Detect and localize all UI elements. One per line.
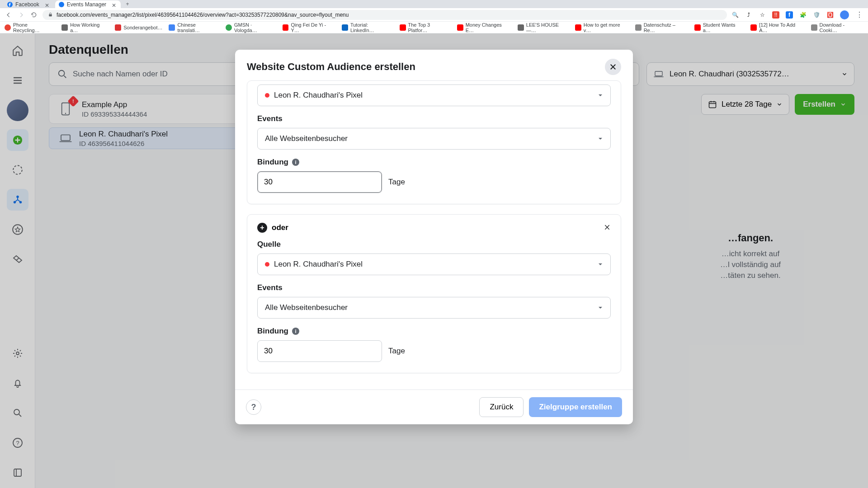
bookmark-item[interactable]: Datenschutz – Re… xyxy=(635,22,688,33)
facebook-ext-icon[interactable]: f xyxy=(786,11,793,19)
svg-rect-2 xyxy=(49,14,52,17)
modal-overlay: Website Custom Audience erstellen Leon R… xyxy=(0,33,868,488)
svg-point-1 xyxy=(59,2,64,7)
help-button[interactable]: ? xyxy=(246,399,261,415)
bookmark-item[interactable]: LEE'S HOUSE—… xyxy=(518,22,569,33)
or-row: + oder xyxy=(257,223,611,233)
events-value: Alle Webseitenbesucher xyxy=(265,303,348,312)
profile-avatar-icon[interactable] xyxy=(840,10,849,19)
pixel-selector[interactable]: Leon R. Chaudhari's Pixel xyxy=(257,84,611,106)
bookmark-item[interactable]: Sonderangebot… xyxy=(115,24,162,31)
new-tab-button[interactable]: + xyxy=(124,0,131,8)
pixel-name: Leon R. Chaudhari's Pixel xyxy=(274,260,363,269)
lock-icon xyxy=(48,12,53,17)
bookmark-item[interactable]: The Top 3 Platfor… xyxy=(400,22,451,33)
or-label: oder xyxy=(272,223,288,232)
ext-icon-3[interactable]: 🛡️ xyxy=(813,11,820,19)
zoom-icon[interactable]: 🔍 xyxy=(731,11,739,19)
tab-label: Facebook xyxy=(15,1,39,8)
caret-down-icon xyxy=(598,136,603,141)
close-icon xyxy=(604,224,611,231)
share-icon[interactable]: ⤴ xyxy=(745,11,752,19)
plus-icon[interactable]: + xyxy=(257,223,267,233)
close-button[interactable] xyxy=(605,59,621,75)
browser-tabs: Facebook ✕ Events Manager ✕ + xyxy=(0,0,868,8)
star-icon[interactable]: ☆ xyxy=(759,11,766,19)
caret-down-icon xyxy=(598,93,603,98)
rule-card-2: + oder Quelle Leon R. Chaudhari's Pixel … xyxy=(247,214,621,373)
address-bar-row: facebook.com/events_manager2/list/pixel/… xyxy=(0,8,868,22)
bookmark-item[interactable]: GMSN · Vologda… xyxy=(226,22,276,33)
meta-favicon-icon xyxy=(59,2,64,7)
facebook-favicon-icon xyxy=(7,2,13,7)
binding-label: Bindung i xyxy=(257,158,611,167)
modal-header: Website Custom Audience erstellen xyxy=(235,50,633,80)
close-icon xyxy=(609,63,617,71)
caret-down-icon xyxy=(598,305,603,310)
modal-dialog: Website Custom Audience erstellen Leon R… xyxy=(235,50,633,424)
days-label: Tage xyxy=(388,347,405,356)
toolbar-icons: 🔍 ⤴ ☆ !! f 🧩 🛡️ 🅾️ ⋮ xyxy=(731,10,863,19)
pixel-selector-2[interactable]: Leon R. Chaudhari's Pixel xyxy=(257,253,611,275)
bookmark-item[interactable]: Chinese translati… xyxy=(169,22,219,33)
modal-body: Leon R. Chaudhari's Pixel Events Alle We… xyxy=(235,80,633,389)
app-shell: ? Datenquellen Suche nach Namen oder ID xyxy=(0,33,868,488)
info-icon[interactable]: i xyxy=(292,159,299,166)
caret-down-icon xyxy=(598,262,603,267)
forward-icon[interactable] xyxy=(17,11,25,19)
retention-days-input-2[interactable] xyxy=(257,340,382,362)
events-value: Alle Webseitenbesucher xyxy=(265,134,348,143)
binding-label-2: Bindung i xyxy=(257,327,611,336)
ext-icon[interactable]: !! xyxy=(772,11,779,19)
close-icon[interactable]: ✕ xyxy=(45,2,49,7)
bookmarks-bar: Phone Recycling… How Working a… Sonderan… xyxy=(0,22,868,33)
remove-rule-button[interactable] xyxy=(601,221,613,234)
reload-icon[interactable] xyxy=(30,11,38,19)
status-dot-icon xyxy=(265,93,269,98)
back-button[interactable]: Zurück xyxy=(479,397,524,417)
ext-icon-2[interactable]: 🧩 xyxy=(799,11,807,19)
bookmark-item[interactable]: Money Changes E… xyxy=(457,22,511,33)
bookmark-item[interactable]: Student Wants a… xyxy=(694,22,745,33)
address-bar[interactable]: facebook.com/events_manager2/list/pixel/… xyxy=(42,10,727,20)
bookmark-item[interactable]: Qing Fei De Yi - Y… xyxy=(283,22,335,33)
events-selector[interactable]: Alle Webseitenbesucher xyxy=(257,128,611,150)
modal-title: Website Custom Audience erstellen xyxy=(247,61,415,73)
source-label: Quelle xyxy=(257,240,611,249)
events-label-2: Events xyxy=(257,283,611,292)
days-label: Tage xyxy=(388,178,405,187)
bookmark-item[interactable]: Phone Recycling… xyxy=(5,22,55,33)
back-icon[interactable] xyxy=(5,11,13,19)
bookmark-item[interactable]: Download - Cooki… xyxy=(811,22,863,33)
tab-events-manager[interactable]: Events Manager ✕ xyxy=(55,0,121,8)
bookmark-item[interactable]: [12] How To Add A… xyxy=(750,22,804,33)
tab-label: Events Manager xyxy=(67,1,106,8)
url-text: facebook.com/events_manager2/list/pixel/… xyxy=(57,12,349,18)
close-icon[interactable]: ✕ xyxy=(112,2,116,7)
bookmark-item[interactable]: How Working a… xyxy=(61,22,108,33)
status-dot-icon xyxy=(265,262,269,267)
events-selector-2[interactable]: Alle Webseitenbesucher xyxy=(257,297,611,319)
bookmark-item[interactable]: How to get more v… xyxy=(575,22,629,33)
info-icon[interactable]: i xyxy=(292,328,299,335)
bookmark-item[interactable]: Tutorial: LinkedIn… xyxy=(342,22,393,33)
menu-icon[interactable]: ⋮ xyxy=(855,11,863,19)
pixel-name: Leon R. Chaudhari's Pixel xyxy=(274,91,363,100)
retention-days-input[interactable] xyxy=(257,171,382,193)
ext-icon-4[interactable]: 🅾️ xyxy=(826,11,834,19)
events-label: Events xyxy=(257,114,611,123)
modal-footer: ? Zurück Zielgruppe erstellen xyxy=(235,389,633,424)
tab-facebook[interactable]: Facebook ✕ xyxy=(4,0,54,8)
rule-card-1: Leon R. Chaudhari's Pixel Events Alle We… xyxy=(247,80,621,204)
create-audience-button[interactable]: Zielgruppe erstellen xyxy=(529,397,622,417)
